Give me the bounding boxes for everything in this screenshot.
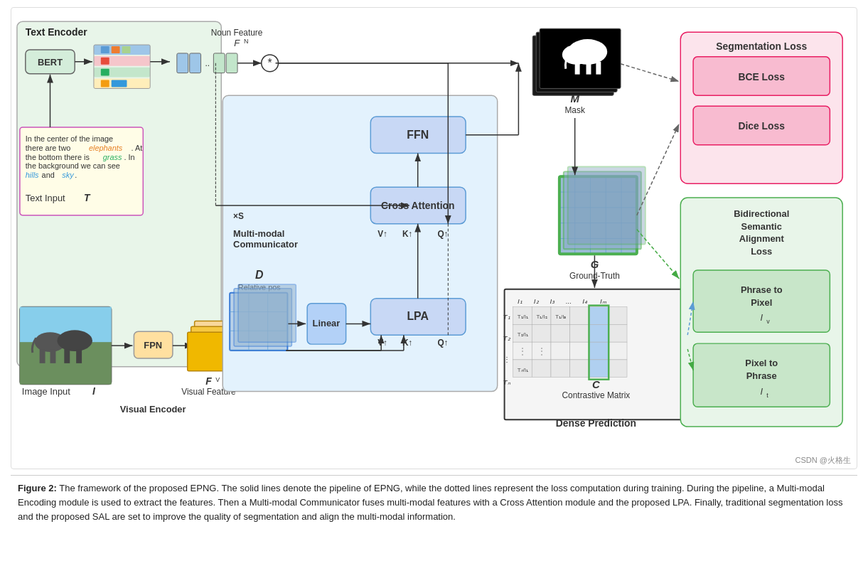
visual-encoder-label: Visual Encoder [120, 404, 186, 415]
svg-rect-167 [608, 360, 627, 378]
svg-text:Tₙ: Tₙ [503, 378, 511, 386]
watermark: CSDN @火格生 [795, 455, 851, 466]
svg-rect-164 [551, 360, 570, 378]
svg-rect-18 [177, 53, 188, 73]
noun-feature-var: F [234, 38, 240, 48]
fpn-label: FPN [144, 340, 162, 351]
svg-rect-151 [589, 324, 608, 342]
svg-text:there are two: there are two [26, 144, 70, 152]
svg-text:*: * [268, 57, 272, 69]
caption-area: Figure 2: The framework of the proposed … [11, 475, 857, 530]
dense-prediction-label: Dense Prediction [556, 417, 636, 429]
svg-rect-160 [608, 342, 627, 360]
svg-rect-150 [570, 324, 589, 342]
svg-rect-9 [101, 46, 109, 53]
diagram-svg: Text Encoder BERT Noun Feature [11, 8, 857, 469]
noun-feature-label: Noun Feature [211, 28, 263, 38]
svg-rect-19 [190, 53, 201, 73]
svg-rect-11 [122, 46, 131, 53]
svg-rect-49 [40, 349, 45, 363]
svg-text:I₃: I₃ [550, 297, 556, 305]
svg-text:the bottom there is: the bottom there is [26, 153, 90, 161]
dice-loss-label: Dice Loss [738, 120, 785, 132]
svg-rect-148 [532, 324, 551, 342]
ffn-label: FFN [407, 129, 429, 141]
svg-text:I₁: I₁ [518, 297, 523, 305]
svg-text:V↑: V↑ [377, 229, 387, 239]
svg-text:v: v [766, 318, 770, 325]
svg-rect-14 [101, 80, 109, 87]
svg-text:the background we can see: the background we can see [26, 161, 120, 170]
svg-text:grass: grass [103, 153, 122, 161]
svg-rect-108 [586, 62, 591, 75]
svg-text:sky: sky [62, 171, 74, 179]
phrase-to-pixel-label: Phrase to [741, 284, 783, 295]
svg-rect-15 [112, 80, 127, 87]
svg-text:Loss: Loss [751, 246, 772, 257]
svg-rect-22 [213, 53, 225, 73]
svg-text:Communicator: Communicator [233, 239, 298, 250]
svg-text:T₁/I₃: T₁/I₃ [555, 314, 566, 320]
svg-text:C: C [592, 379, 600, 390]
bce-loss-label: BCE Loss [739, 71, 786, 82]
svg-rect-76 [238, 284, 296, 342]
svg-text:D: D [255, 269, 263, 281]
svg-rect-157 [551, 342, 570, 360]
svg-rect-23 [226, 53, 237, 73]
caption-label: Figure 2: [18, 483, 57, 493]
pixel-to-phrase-label: Pixel to [745, 358, 778, 368]
svg-text:I₄: I₄ [582, 297, 588, 305]
svg-text:I₂: I₂ [534, 297, 540, 305]
svg-text:Image Input: Image Input [22, 386, 70, 397]
linear-label: Linear [313, 318, 341, 328]
bert-label: BERT [38, 57, 63, 68]
svg-rect-12 [101, 58, 109, 65]
svg-rect-144 [589, 307, 608, 325]
svg-text:Semantic: Semantic [741, 221, 782, 232]
svg-text:T₂: T₂ [503, 334, 511, 342]
svg-rect-10 [112, 46, 120, 53]
caption-text: The framework of the proposed EPNG. The … [18, 483, 843, 522]
main-container: Text Encoder BERT Noun Feature [0, 0, 868, 537]
times-s-label: ×S [233, 211, 244, 221]
svg-text:N: N [244, 38, 248, 45]
svg-text:.: . [75, 171, 77, 179]
svg-text:hills: hills [26, 171, 39, 179]
svg-text:⋮: ⋮ [537, 346, 546, 356]
svg-text:...: ... [566, 297, 572, 305]
svg-text:T₂/I₁: T₂/I₁ [518, 331, 528, 338]
svg-text:. In: . In [124, 153, 135, 161]
svg-text:Phrase: Phrase [746, 370, 777, 381]
svg-text:Contrastive Matrix: Contrastive Matrix [562, 390, 631, 400]
svg-text:Alignment: Alignment [739, 233, 785, 244]
svg-text:Pixel: Pixel [751, 297, 772, 308]
svg-rect-109 [596, 62, 601, 75]
svg-text:K↑: K↑ [402, 229, 413, 239]
svg-rect-163 [532, 360, 551, 378]
svg-rect-50 [50, 349, 55, 363]
svg-text:⋮: ⋮ [503, 356, 510, 363]
svg-rect-107 [575, 62, 580, 75]
svg-rect-166 [589, 360, 608, 378]
svg-text:In the center of the image: In the center of the image [26, 134, 113, 143]
svg-text:Q↑: Q↑ [437, 338, 448, 348]
svg-text:T₁: T₁ [503, 313, 510, 321]
svg-text:Tₙ/I₁: Tₙ/I₁ [518, 367, 528, 373]
segmentation-loss-label: Segmentation Loss [716, 41, 807, 52]
text-encoder-label: Text Encoder [26, 26, 87, 38]
multimodal-label: Multi-modal [233, 228, 284, 239]
svg-text:Q↑: Q↑ [437, 229, 448, 239]
svg-text:M: M [570, 93, 579, 105]
svg-text:V: V [215, 376, 220, 383]
diagram-area: Text Encoder BERT Noun Feature [11, 7, 857, 469]
lpa-label: LPA [407, 310, 429, 322]
svg-text:V↑: V↑ [377, 338, 387, 348]
svg-point-48 [57, 330, 92, 351]
svg-rect-123 [568, 166, 645, 244]
svg-rect-52 [76, 349, 82, 363]
svg-text:T₁/I₂: T₁/I₂ [536, 314, 547, 320]
svg-rect-143 [570, 307, 589, 325]
svg-text:Text Input: Text Input [26, 193, 65, 203]
svg-text:and: and [42, 171, 55, 179]
svg-rect-159 [589, 342, 608, 360]
